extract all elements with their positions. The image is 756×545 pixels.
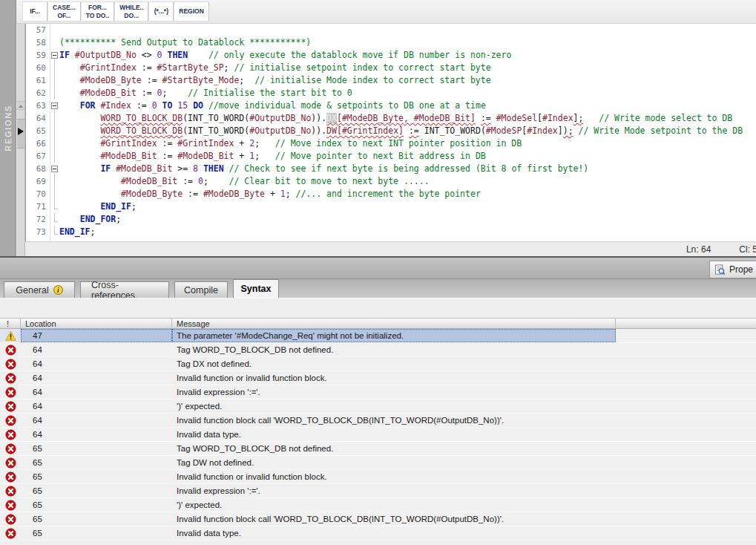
- error-icon: [0, 484, 21, 497]
- regions-panel-tab[interactable]: REGIONS: [0, 0, 16, 256]
- syntax-message-row[interactable]: 64Tag WORD_TO_BLOCK_DB not defined.: [0, 343, 756, 357]
- syntax-panel-background: [0, 298, 756, 318]
- code-line-65[interactable]: 65 WORD_TO_BLOCK_DB(INT_TO_WORD(#OutputD…: [26, 125, 756, 137]
- code-line-61[interactable]: 61 #ModeDB_Byte := #StartByte_Mode; // i…: [26, 74, 756, 87]
- code-line-64[interactable]: 64 WORD_TO_BLOCK_DB(INT_TO_WORD(#OutputD…: [26, 112, 756, 125]
- code-line-58[interactable]: 58(********** Send Output to Datablock *…: [26, 36, 756, 49]
- properties-button[interactable]: Prope: [709, 261, 756, 278]
- code-editor[interactable]: 5758(********** Send Output to Datablock…: [25, 24, 756, 241]
- location-cell: 64: [21, 428, 172, 441]
- tab-general[interactable]: Generali: [4, 281, 75, 298]
- code-text: #ModeDB_Byte := #StartByte_Mode; // init…: [59, 74, 491, 87]
- tab-label: General: [16, 285, 48, 296]
- syntax-message-row[interactable]: 47The parameter '#ModeChange_Req' might …: [0, 329, 756, 343]
- scrollbar-up-button[interactable]: [17, 101, 24, 110]
- code-line-62[interactable]: 62 #ModeDB_Bit := 0; // Initialise the s…: [26, 87, 756, 99]
- syntax-message-row[interactable]: 65Invalid expression ':='.: [0, 484, 756, 498]
- fold-margin: [50, 137, 59, 150]
- syntax-message-row[interactable]: 64Invalid expression ':='.: [0, 385, 756, 399]
- code-line-63[interactable]: 63 FOR #Index := 0 TO 15 DO //move indiv…: [26, 99, 756, 112]
- code-text: IF #ModeDB_Bit >= 8 THEN // Check to see…: [59, 163, 588, 175]
- syntax-message-row[interactable]: 65Invalid data type.: [0, 526, 756, 541]
- fold-collapse-icon[interactable]: [50, 49, 59, 62]
- line-number: 73: [26, 226, 50, 238]
- code-line-72[interactable]: 72 END_FOR;: [26, 213, 756, 226]
- row-filler: [616, 512, 756, 526]
- snippet-button-case[interactable]: CASE...OF...: [47, 1, 81, 22]
- message-cell: Invalid data type.: [172, 526, 616, 540]
- syntax-message-row[interactable]: 64Invalid function block call 'WORD_TO_B…: [0, 414, 756, 428]
- code-line-71[interactable]: 71 END_IF;: [26, 200, 756, 213]
- syntax-message-row[interactable]: 65Tag DW not defined.: [0, 456, 756, 470]
- column-header-location[interactable]: Location: [21, 319, 172, 328]
- syntax-message-row[interactable]: 64Invalid function or invalid function b…: [0, 371, 756, 385]
- location-cell: 65: [21, 470, 172, 483]
- column-header-severity[interactable]: !: [0, 319, 21, 328]
- inspector-header-band: Prope: [0, 256, 756, 278]
- column-indicator: Cl: 5: [739, 244, 756, 255]
- tia-portal-scl-editor-window: IF...CASE...OF...FOR...TO DO..WHILE..DO.…: [0, 0, 756, 545]
- line-number: 65: [26, 125, 50, 137]
- fold-collapse-icon[interactable]: [50, 99, 59, 112]
- location-cell: 65: [21, 456, 172, 469]
- syntax-message-row[interactable]: 64Tag DX not defined.: [0, 357, 756, 371]
- properties-icon: [714, 264, 726, 275]
- syntax-message-row[interactable]: 65Invalid function block call 'WORD_TO_B…: [0, 512, 756, 526]
- code-line-67[interactable]: 67 #ModeDB_Bit := #ModeDB_Bit + 1; // Mo…: [26, 150, 756, 163]
- syntax-message-row[interactable]: 65')' expected.: [0, 498, 756, 512]
- code-text: (********** Send Output to Datablock ***…: [59, 36, 311, 49]
- warning-icon: [0, 329, 21, 342]
- code-line-73[interactable]: 73END_IF;: [26, 226, 756, 238]
- snippet-button-while[interactable]: WHILE..DO...: [114, 1, 148, 22]
- syntax-message-row[interactable]: 65Invalid function or invalid function b…: [0, 470, 756, 484]
- tab-compile[interactable]: Compile: [174, 281, 228, 298]
- location-cell: 65: [21, 498, 172, 512]
- code-line-57[interactable]: 57: [26, 24, 756, 36]
- code-line-66[interactable]: 66 #GrintIndex := #GrintIndex + 2; // Mo…: [26, 137, 756, 150]
- row-filler: [616, 498, 756, 512]
- message-cell: Tag DW not defined.: [172, 456, 616, 469]
- location-cell: 64: [21, 357, 172, 371]
- code-line-69[interactable]: 69 #ModeDB_Bit := 0; // Clear bit to mov…: [26, 175, 756, 188]
- row-filler: [616, 442, 756, 455]
- row-filler: [616, 371, 756, 385]
- snippet-button-for[interactable]: FOR...TO DO..: [81, 1, 115, 22]
- tab-cross-references[interactable]: Cross-references: [80, 281, 169, 298]
- code-text: #ModeDB_Bit := 0; // Initialise the star…: [59, 87, 352, 99]
- row-filler: [616, 470, 756, 483]
- error-icon: [0, 385, 21, 399]
- location-cell: 47: [21, 329, 172, 342]
- snippet-button-if[interactable]: IF...: [22, 1, 47, 22]
- row-filler: [616, 414, 756, 427]
- location-cell: 65: [21, 526, 172, 540]
- error-icon: [0, 399, 21, 413]
- line-number: 57: [26, 24, 50, 36]
- location-cell: 65: [21, 442, 172, 455]
- column-header-message[interactable]: Message: [172, 319, 616, 328]
- editor-vertical-scrollbar[interactable]: [17, 24, 25, 256]
- syntax-message-row[interactable]: 64')' expected.: [0, 399, 756, 414]
- message-cell: ')' expected.: [172, 399, 616, 413]
- line-number: 71: [26, 200, 50, 213]
- location-cell: 64: [21, 399, 172, 413]
- message-cell: Invalid function or invalid function blo…: [172, 470, 616, 483]
- code-line-70[interactable]: 70 #ModeDB_Byte := #ModeDB_Byte + 1; //.…: [26, 188, 756, 200]
- code-line-59[interactable]: 59IF #OutputDB_No <> 0 THEN // only exec…: [26, 49, 756, 62]
- message-cell: Invalid expression ':='.: [172, 484, 616, 497]
- tab-syntax[interactable]: Syntax: [233, 279, 279, 298]
- code-line-68[interactable]: 68 IF #ModeDB_Bit >= 8 THEN // Check to …: [26, 163, 756, 175]
- snippet-button-comment[interactable]: (*...*): [148, 1, 174, 22]
- fold-collapse-icon[interactable]: [50, 163, 59, 175]
- code-text: FOR #Index := 0 TO 15 DO //move individu…: [59, 99, 486, 112]
- syntax-message-row[interactable]: 65Tag WORD_TO_BLOCK_DB not defined.: [0, 442, 756, 456]
- properties-label: Prope: [729, 264, 753, 275]
- error-icon: [0, 512, 21, 526]
- error-icon: [0, 470, 21, 483]
- location-cell: 65: [21, 484, 172, 497]
- code-line-60[interactable]: 60 #GrintIndex := #StartByte_SP; // init…: [26, 62, 756, 74]
- snippet-button-region[interactable]: REGION: [174, 1, 209, 22]
- fold-margin: [50, 125, 59, 137]
- line-number: 60: [26, 62, 50, 74]
- syntax-message-row[interactable]: 64Invalid data type.: [0, 428, 756, 442]
- line-number: 59: [26, 49, 50, 62]
